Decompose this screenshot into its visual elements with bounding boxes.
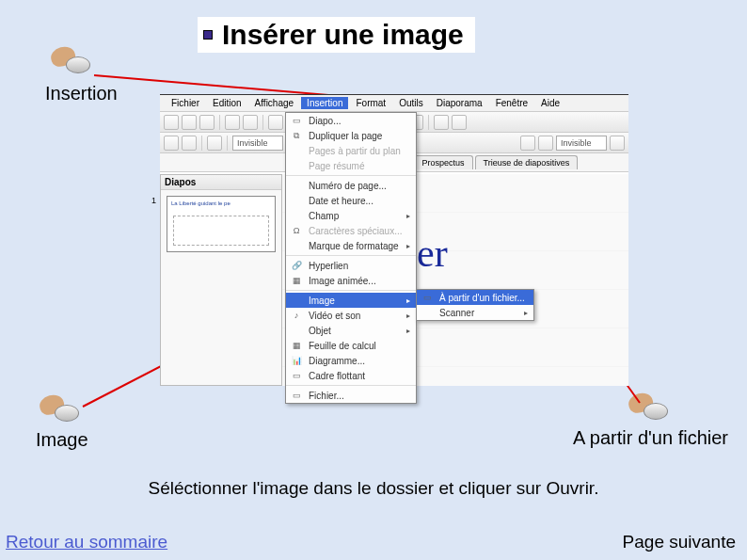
- submenu-arrow-icon: ▸: [524, 309, 528, 317]
- menu-affichage[interactable]: Affichage: [249, 97, 300, 109]
- menu-diaporama[interactable]: Diaporama: [431, 97, 488, 109]
- line-style-select[interactable]: Invisible: [232, 136, 283, 151]
- next-page-text: Page suivante: [623, 532, 736, 552]
- toolbar-button[interactable]: [538, 136, 553, 151]
- menu-item: Page résumé: [286, 158, 416, 173]
- menu-item-icon: ⧉: [290, 130, 303, 141]
- fill-style-select[interactable]: Invisible: [556, 136, 607, 151]
- menu-item-label: Page résumé: [309, 161, 364, 171]
- menu-item[interactable]: ▦Image animée...: [286, 273, 416, 288]
- menu-item[interactable]: ▦Feuille de calcul: [286, 338, 416, 353]
- insertion-menu[interactable]: ▭Diapo...⧉Dupliquer la pagePages à parti…: [285, 112, 417, 404]
- toolbar-button[interactable]: [268, 115, 283, 130]
- image-callout: Image: [36, 395, 88, 451]
- submenu-arrow-icon: ▸: [406, 212, 410, 220]
- slides-panel: Diapos 1 La Liberté guidant le pe: [160, 174, 282, 386]
- menu-item-label: Champ: [309, 211, 339, 221]
- menu-item: Pages à partir du plan: [286, 143, 416, 158]
- slide-thumbnail[interactable]: La Liberté guidant le pe: [167, 196, 276, 252]
- menu-fenêtre[interactable]: Fenêtre: [490, 97, 533, 109]
- menu-item[interactable]: ▭À partir d'un fichier...: [417, 290, 533, 305]
- menu-item[interactable]: Date et heure...: [286, 193, 416, 208]
- menu-item[interactable]: 📊Diagramme...: [286, 353, 416, 368]
- menu-item-icon: Ω: [290, 225, 303, 236]
- submenu-arrow-icon: ▸: [406, 242, 410, 250]
- menu-format[interactable]: Format: [350, 97, 391, 109]
- toolbar-button[interactable]: [182, 136, 197, 151]
- menu-item-label: Cadre flottant: [309, 371, 365, 381]
- toolbar-button[interactable]: [164, 136, 179, 151]
- menu-item-label: Feuille de calcul: [309, 341, 376, 351]
- menu-item[interactable]: 🔗Hyperlien: [286, 258, 416, 273]
- menu-item-label: Date et heure...: [309, 196, 374, 206]
- menu-item-label: Marque de formatage: [309, 241, 399, 251]
- menu-item[interactable]: ♪Vidéo et son▸: [286, 308, 416, 323]
- menu-item[interactable]: Image▸: [286, 293, 416, 308]
- menu-item-label: Numéro de page...: [309, 181, 387, 191]
- toolbar-button[interactable]: [199, 115, 215, 130]
- app-screenshot: FichierEditionAffichageInsertionFormatOu…: [160, 94, 628, 386]
- menu-item-label: Pages à partir du plan: [309, 146, 401, 156]
- toolbar-button[interactable]: [207, 136, 222, 151]
- menubar: FichierEditionAffichageInsertionFormatOu…: [160, 95, 628, 112]
- menu-item-icon: ▭: [290, 370, 303, 381]
- menu-item-label: Scanner: [439, 308, 474, 318]
- menu-outils[interactable]: Outils: [393, 97, 429, 109]
- menu-item-icon: ▭: [421, 292, 434, 303]
- back-link-container: Retour au sommaire: [6, 532, 167, 552]
- back-to-summary-link[interactable]: Retour au sommaire: [6, 532, 167, 552]
- menu-item[interactable]: ▭Diapo...: [286, 113, 416, 128]
- toolbar-button[interactable]: [434, 115, 449, 130]
- toolbar-button[interactable]: [164, 115, 179, 130]
- menu-item-icon: ▦: [290, 340, 303, 351]
- menu-item[interactable]: Marque de formatage▸: [286, 238, 416, 253]
- menu-item[interactable]: ▭Fichier...: [286, 388, 416, 403]
- mouse-hand-icon: [40, 395, 83, 425]
- menu-fichier[interactable]: Fichier: [166, 97, 205, 109]
- mouse-hand-icon: [51, 47, 94, 77]
- slide-number: 1: [151, 196, 156, 205]
- submenu-arrow-icon: ▸: [406, 327, 410, 335]
- fichier-callout: A partir d'un fichier: [573, 393, 728, 449]
- menu-item: ΩCaractères spéciaux...: [286, 223, 416, 238]
- menu-item[interactable]: Objet▸: [286, 323, 416, 338]
- menu-item-label: Image: [309, 296, 335, 306]
- menu-item-icon: [290, 195, 303, 206]
- view-tab[interactable]: Prospectus: [414, 155, 473, 169]
- menu-item-icon: ♪: [290, 310, 303, 321]
- toolbar-button[interactable]: [520, 136, 535, 151]
- menu-item-icon: ▭: [290, 390, 303, 401]
- menu-item-icon: [290, 180, 303, 191]
- menu-item-label: Objet: [309, 326, 331, 336]
- menu-item-icon: 🔗: [290, 260, 303, 271]
- toolbar-button[interactable]: [610, 136, 625, 151]
- menu-insertion[interactable]: Insertion: [301, 97, 348, 109]
- image-submenu[interactable]: ▭À partir d'un fichier...Scanner▸: [416, 289, 534, 321]
- view-tab[interactable]: Trieuse de diapositives: [475, 155, 579, 169]
- menu-item[interactable]: ▭Cadre flottant: [286, 368, 416, 383]
- toolbar-button[interactable]: [243, 115, 258, 130]
- menu-item[interactable]: Champ▸: [286, 208, 416, 223]
- menu-item[interactable]: Scanner▸: [417, 305, 533, 320]
- toolbar-button[interactable]: [182, 115, 197, 130]
- menu-item-label: Dupliquer la page: [309, 131, 382, 141]
- menu-item[interactable]: ⧉Dupliquer la page: [286, 128, 416, 143]
- menu-aide[interactable]: Aide: [535, 97, 565, 109]
- menu-item-label: Diapo...: [309, 116, 341, 126]
- toolbar-button[interactable]: [452, 115, 467, 130]
- menu-item-icon: [290, 145, 303, 156]
- menu-item[interactable]: Numéro de page...: [286, 178, 416, 193]
- menu-item-icon: [290, 325, 303, 336]
- title-bullet-icon: [203, 30, 213, 40]
- page-title: Insérer une image: [222, 19, 464, 51]
- menu-item-icon: [290, 210, 303, 221]
- image-label: Image: [36, 429, 88, 451]
- menu-item-label: Caractères spéciaux...: [309, 226, 403, 236]
- menu-edition[interactable]: Edition: [207, 97, 247, 109]
- toolbar-button[interactable]: [225, 115, 240, 130]
- insertion-callout: Insertion: [45, 47, 118, 104]
- submenu-arrow-icon: ▸: [406, 312, 410, 320]
- menu-item-label: Hyperlien: [309, 261, 348, 271]
- menu-item-icon: ▭: [290, 115, 303, 126]
- menu-item-icon: [290, 240, 303, 251]
